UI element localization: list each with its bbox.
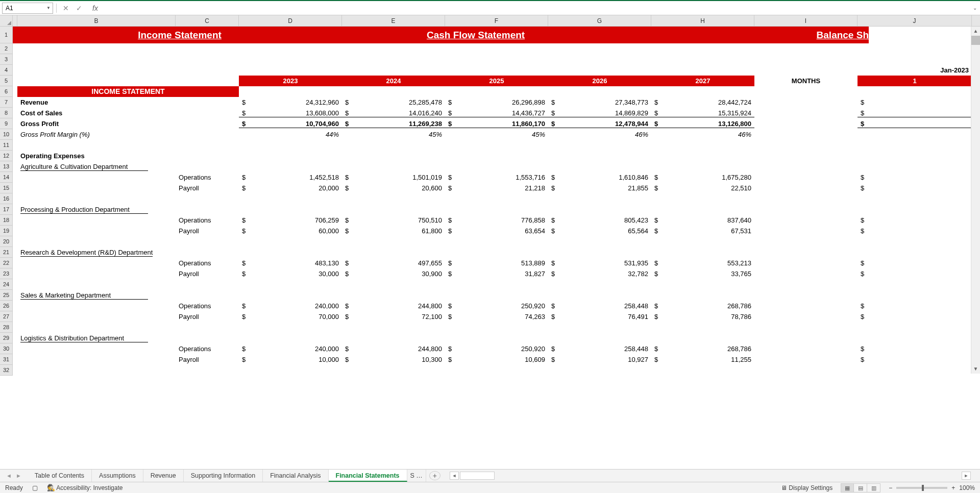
cell[interactable]: $497,655 — [342, 259, 445, 267]
sheet-tab[interactable]: Supporting Information — [184, 470, 263, 482]
cell[interactable]: $67,531 — [651, 227, 754, 235]
row-label[interactable]: Operations — [176, 174, 239, 181]
row-header[interactable]: 29 — [0, 333, 13, 343]
income-statement-link[interactable]: Income Statement — [17, 27, 342, 43]
scroll-down-icon[interactable]: ▼ — [971, 364, 980, 374]
cell[interactable]: $1,675,280 — [651, 174, 754, 181]
cell[interactable]: $76,491 — [548, 313, 651, 321]
row-header[interactable]: 10 — [0, 129, 13, 140]
cell[interactable]: $10,927 — [548, 356, 651, 363]
cell[interactable]: $30,900 — [342, 270, 445, 278]
cell[interactable]: $805,423 — [548, 216, 651, 224]
year-header[interactable]: 2024 — [342, 76, 445, 86]
normal-view-button[interactable]: ▦ — [841, 483, 854, 492]
cell[interactable]: $ — [857, 259, 972, 267]
accessibility-status[interactable]: 🕵 Accessibility: Investigate — [47, 484, 123, 491]
cell[interactable]: $ — [857, 313, 972, 321]
row-label[interactable]: Payroll — [176, 184, 239, 192]
row-header[interactable]: 8 — [0, 108, 13, 118]
cell[interactable]: $11,255 — [651, 356, 754, 363]
row-label[interactable]: Operations — [176, 345, 239, 353]
row-header[interactable]: 26 — [0, 301, 13, 311]
cell[interactable]: $531,935 — [548, 259, 651, 267]
cell[interactable]: $21,855 — [548, 184, 651, 192]
hscroll-track[interactable] — [460, 472, 495, 480]
cell[interactable]: $ — [857, 270, 972, 278]
col-header-D[interactable]: D — [239, 15, 342, 26]
row-label[interactable]: Revenue — [17, 98, 176, 106]
cell[interactable] — [13, 27, 17, 43]
cell[interactable]: 44% — [239, 131, 342, 138]
select-all-button[interactable] — [0, 15, 13, 26]
cells-area[interactable]: Income Statement Cash Flow Statement Bal… — [13, 27, 980, 376]
row-header[interactable]: 19 — [0, 226, 13, 236]
cancel-icon[interactable]: ✕ — [63, 4, 69, 12]
cell[interactable]: $15,315,924 — [651, 109, 754, 117]
cell[interactable]: $11,860,170 — [445, 120, 548, 128]
cell[interactable]: $706,259 — [239, 216, 342, 224]
cell[interactable]: 45% — [342, 131, 445, 138]
row-header[interactable]: 22 — [0, 258, 13, 268]
cash-flow-link[interactable]: Cash Flow Statement — [342, 27, 651, 43]
cell[interactable]: $65,564 — [548, 227, 651, 235]
cell[interactable]: $33,765 — [651, 270, 754, 278]
cell[interactable]: $10,609 — [445, 356, 548, 363]
year-header[interactable]: 2025 — [445, 76, 548, 86]
cell[interactable]: $72,100 — [342, 313, 445, 321]
cell[interactable]: $60,000 — [239, 227, 342, 235]
row-header[interactable]: 5 — [0, 76, 13, 86]
cell[interactable]: $1,610,846 — [548, 174, 651, 181]
row-header[interactable]: 31 — [0, 354, 13, 365]
cell[interactable]: $32,782 — [548, 270, 651, 278]
cell[interactable]: $13,126,800 — [651, 120, 754, 128]
cell[interactable]: $ — [857, 345, 972, 353]
zoom-in-button[interactable]: + — [951, 484, 955, 491]
dept-label[interactable]: Processing & Production Department — [17, 206, 176, 214]
month-label[interactable]: Jan-2023 — [857, 66, 972, 74]
cell[interactable]: $837,640 — [651, 216, 754, 224]
scroll-up-icon[interactable]: ▲ — [971, 27, 980, 36]
cell[interactable]: $61,800 — [342, 227, 445, 235]
col-header-I[interactable]: I — [754, 15, 857, 26]
cell[interactable]: $ — [857, 302, 972, 310]
cell[interactable]: $10,000 — [239, 356, 342, 363]
hscroll-right-icon[interactable]: ► — [962, 472, 971, 480]
year-header[interactable]: 2023 — [239, 76, 342, 86]
cell[interactable]: $20,000 — [239, 184, 342, 192]
year-header[interactable]: 2027 — [651, 76, 754, 86]
col-header-J[interactable]: J — [857, 15, 972, 26]
sheet-tab[interactable]: Table of Contents — [28, 470, 92, 482]
cell[interactable]: $1,501,019 — [342, 174, 445, 181]
cell[interactable]: $250,920 — [445, 302, 548, 310]
row-header[interactable]: 25 — [0, 290, 13, 301]
col-header-C[interactable]: C — [176, 15, 239, 26]
cell[interactable]: $27,348,773 — [548, 98, 651, 106]
cell[interactable]: $24,312,960 — [239, 98, 342, 106]
row-header[interactable]: 24 — [0, 279, 13, 290]
macro-record-icon[interactable]: ▢ — [32, 484, 38, 491]
row-label[interactable]: Operating Expenses — [17, 152, 176, 160]
row-header[interactable]: 9 — [0, 118, 13, 129]
cell[interactable]: $12,478,944 — [548, 120, 651, 128]
cell[interactable]: $74,263 — [445, 313, 548, 321]
cell[interactable]: $750,510 — [342, 216, 445, 224]
cell[interactable]: 45% — [445, 131, 548, 138]
dept-label[interactable]: Agriculture & Cultivation Department — [17, 163, 176, 171]
col-header-H[interactable]: H — [651, 15, 754, 26]
dept-label[interactable]: Logistics & Distribution Department — [17, 334, 176, 342]
sheet-tab[interactable]: Assumptions — [92, 470, 143, 482]
cell[interactable]: $240,000 — [239, 345, 342, 353]
zoom-out-button[interactable]: − — [889, 484, 892, 491]
cell[interactable]: $258,448 — [548, 345, 651, 353]
cell[interactable]: $483,130 — [239, 259, 342, 267]
cell[interactable]: $26,296,898 — [445, 98, 548, 106]
row-label[interactable]: Cost of Sales — [17, 109, 176, 117]
row-header[interactable]: 11 — [0, 140, 13, 151]
cell[interactable]: $553,213 — [651, 259, 754, 267]
row-label[interactable]: Operations — [176, 259, 239, 267]
row-label[interactable]: Gross Profit — [17, 120, 176, 128]
row-header[interactable]: 21 — [0, 247, 13, 258]
hscroll-left-icon[interactable]: ◄ — [450, 472, 459, 480]
cell[interactable]: $ — [857, 109, 972, 117]
cell[interactable]: $78,786 — [651, 313, 754, 321]
